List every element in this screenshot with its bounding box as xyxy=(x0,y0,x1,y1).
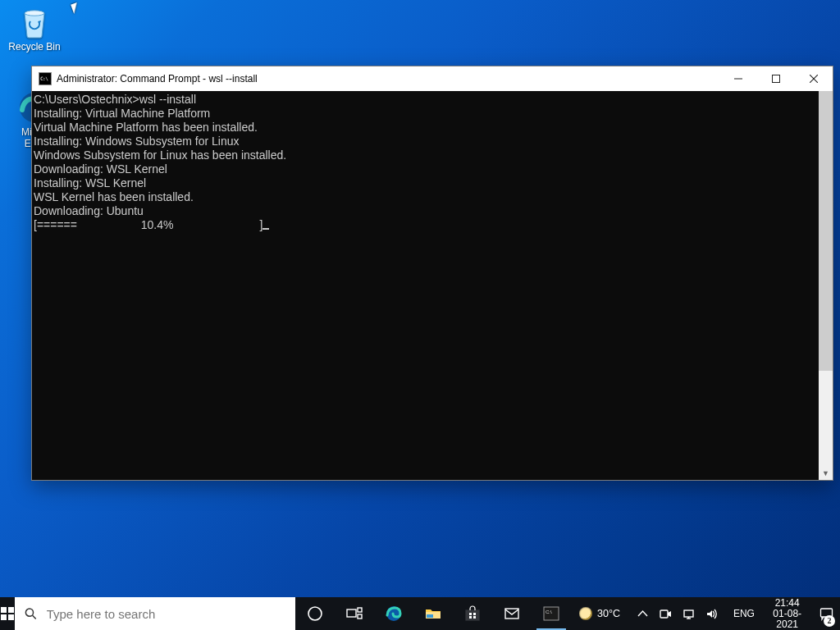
cortana-icon xyxy=(306,605,324,623)
desktop-icon-recycle-bin[interactable]: Recycle Bin xyxy=(3,5,66,52)
task-view-icon xyxy=(345,605,363,623)
svg-rect-15 xyxy=(358,614,362,619)
svg-point-0 xyxy=(25,11,44,16)
terminal-line: Installing: WSL Kernel xyxy=(34,176,146,189)
svg-rect-21 xyxy=(473,613,476,615)
terminal-line: Installing: Windows Subsystem for Linux xyxy=(34,135,240,148)
volume-icon xyxy=(705,608,718,620)
minimize-button[interactable] xyxy=(719,66,757,91)
svg-rect-8 xyxy=(1,614,7,620)
search-icon xyxy=(25,607,37,620)
svg-rect-7 xyxy=(8,607,14,613)
svg-rect-22 xyxy=(469,616,472,619)
svg-rect-13 xyxy=(347,609,356,617)
cmd-app-icon xyxy=(39,72,52,85)
desktop-icon-label: Recycle Bin xyxy=(3,41,66,52)
taskbar-clock[interactable]: 21:44 01-08-2021 xyxy=(761,597,813,630)
taskbar: C:\ 30°C ENG 21:44 01-08-2021 xyxy=(0,597,840,630)
taskbar-app-cortana[interactable] xyxy=(295,597,335,630)
taskbar-app-task-view[interactable] xyxy=(335,597,374,630)
notification-count: 2 xyxy=(824,615,835,627)
svg-line-11 xyxy=(33,615,36,619)
terminal-output[interactable]: C:\Users\Ostechnix>wsl --install Install… xyxy=(32,91,819,480)
start-button[interactable] xyxy=(0,597,15,630)
tray-network[interactable] xyxy=(679,597,699,630)
scrollbar-thumb[interactable] xyxy=(819,91,833,371)
tray-meet-now[interactable] xyxy=(656,597,676,630)
svg-rect-9 xyxy=(8,614,14,620)
taskbar-app-mail[interactable] xyxy=(492,597,532,630)
weather-widget[interactable]: 30°C xyxy=(571,607,628,620)
svg-rect-14 xyxy=(358,608,362,612)
titlebar[interactable]: Administrator: Command Prompt - wsl --in… xyxy=(32,66,833,91)
svg-rect-3 xyxy=(773,75,780,83)
maximize-button[interactable] xyxy=(757,66,795,91)
chevron-up-icon xyxy=(637,608,649,620)
tray-volume[interactable] xyxy=(702,597,722,630)
progress-line: [====== 10.4% ] xyxy=(34,218,262,231)
taskbar-app-file-explorer[interactable] xyxy=(413,597,453,630)
svg-point-10 xyxy=(25,609,33,616)
meet-now-icon xyxy=(660,608,672,620)
file-explorer-icon xyxy=(424,605,442,623)
terminal-line: Virtual Machine Platform has been instal… xyxy=(34,121,258,134)
terminal-line: Downloading: WSL Kernel xyxy=(34,162,167,176)
weather-temp: 30°C xyxy=(597,608,620,619)
command-prompt-window: Administrator: Command Prompt - wsl --in… xyxy=(31,66,833,481)
clock-time: 21:44 xyxy=(769,598,805,609)
cursor-icon xyxy=(71,2,80,14)
action-center-button[interactable]: 2 xyxy=(813,597,840,630)
vertical-scrollbar[interactable]: ▲ ▼ xyxy=(819,91,833,480)
cmd-icon: C:\ xyxy=(542,605,560,623)
taskbar-app-edge[interactable] xyxy=(374,597,413,630)
terminal-line: Downloading: Ubuntu xyxy=(34,204,144,217)
svg-rect-18 xyxy=(427,614,433,618)
svg-text:C:\: C:\ xyxy=(546,609,552,614)
svg-rect-23 xyxy=(473,616,476,619)
prompt-command: wsl --install xyxy=(139,93,196,106)
svg-rect-24 xyxy=(505,609,518,619)
clock-date: 01-08-2021 xyxy=(769,609,805,630)
text-cursor xyxy=(262,228,269,230)
system-tray: 30°C ENG 21:44 01-08-2021 2 xyxy=(571,597,840,630)
tray-overflow[interactable] xyxy=(633,597,653,630)
taskbar-search[interactable] xyxy=(15,597,295,630)
terminal-area: C:\Users\Ostechnix>wsl --install Install… xyxy=(32,91,833,480)
terminal-line: Windows Subsystem for Linux has been ins… xyxy=(34,148,286,162)
desktop: Recycle Bin Micr...Ed... Administrator: … xyxy=(0,0,840,597)
svg-rect-20 xyxy=(469,613,472,615)
pinned-apps: C:\ xyxy=(295,597,571,630)
terminal-line: WSL Kernel has been installed. xyxy=(34,190,194,203)
store-icon xyxy=(463,605,482,623)
svg-rect-19 xyxy=(466,610,479,620)
window-title: Administrator: Command Prompt - wsl --in… xyxy=(57,73,258,84)
recycle-bin-icon xyxy=(17,5,52,39)
close-button[interactable] xyxy=(795,66,833,91)
taskbar-app-cmd[interactable]: C:\ xyxy=(532,597,571,630)
network-icon xyxy=(682,608,695,620)
taskbar-app-store[interactable] xyxy=(453,597,492,630)
scroll-down-icon[interactable]: ▼ xyxy=(819,466,833,480)
windows-logo-icon xyxy=(1,607,14,620)
prompt-path: C:\Users\Ostechnix> xyxy=(34,93,139,106)
edge-icon xyxy=(385,605,403,623)
svg-rect-27 xyxy=(660,610,668,618)
search-input[interactable] xyxy=(47,607,285,621)
svg-rect-28 xyxy=(684,610,693,617)
svg-rect-6 xyxy=(1,607,7,613)
mail-icon xyxy=(503,605,521,623)
svg-point-12 xyxy=(308,607,322,620)
language-indicator[interactable]: ENG xyxy=(727,597,761,630)
weather-moon-icon xyxy=(579,607,592,620)
terminal-line: Installing: Virtual Machine Platform xyxy=(34,107,210,120)
